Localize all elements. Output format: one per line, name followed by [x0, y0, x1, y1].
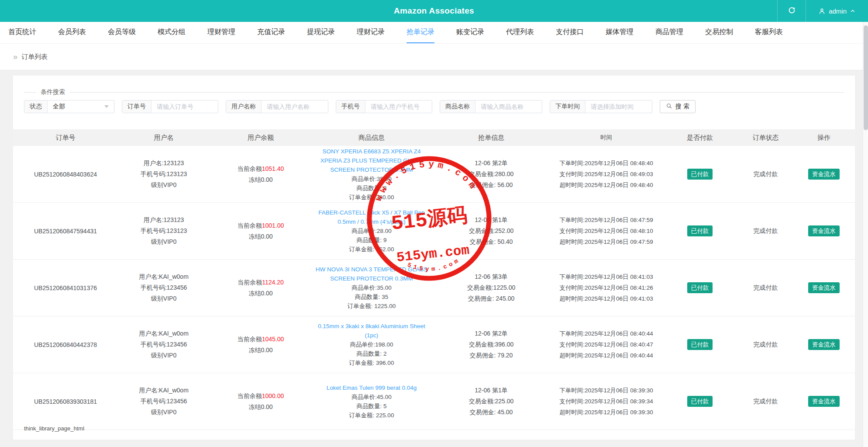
column-header: 操作 [793, 134, 855, 142]
nav-tab-1[interactable]: 首页统计 [8, 22, 36, 43]
balance-value: 1000.00 [262, 392, 284, 399]
paid-badge: 已付款 [687, 396, 713, 407]
payment-status: 已付款 [661, 396, 738, 407]
user-balance: 当前余额1051.40 冻结0.00 [210, 163, 312, 185]
user-info: 用户名:123123手机号码:123123级别VIP0 [118, 215, 210, 247]
product-info: 0.15mm x 3kaki x 8kaki Aluminium Sheet (… [312, 322, 431, 367]
payment-status: 已付款 [661, 169, 738, 180]
balance-label: 当前余额 [238, 336, 262, 343]
user-icon [818, 7, 826, 15]
field-input[interactable] [152, 100, 218, 113]
status-select[interactable]: 全部 [48, 100, 114, 113]
nav-tab-4[interactable]: 模式分组 [158, 22, 186, 43]
time-info: 下单时间:2025年12月06日 08:41:03支付时间:2025年12月06… [551, 271, 661, 304]
product-link[interactable]: HW NOVA 3I NOVA 3 TEMPERED GLASS SCREEN … [312, 265, 431, 283]
user-info: 用户名:KAI_w0om手机号码:123456级别VIP0 [118, 271, 210, 304]
column-header: 商品信息 [312, 134, 431, 142]
balance-value: 1051.40 [262, 165, 284, 172]
table-header-row: 订单号用户名用户余额商品信息抢单信息时间是否付款订单状态操作 [13, 129, 855, 146]
breadcrumb-chevrons-icon: » [13, 53, 17, 61]
username-label: admin [829, 7, 847, 15]
paid-badge: 已付款 [687, 225, 713, 237]
order-status: 完成付款 [738, 227, 793, 235]
top-header-bar: Amazon Associates admin [0, 0, 868, 22]
search-panel-legend: 条件搜索 [36, 88, 69, 96]
nav-tab-14[interactable]: 商品管理 [655, 22, 683, 43]
field-input[interactable] [475, 100, 542, 113]
nav-tab-15[interactable]: 交易控制 [705, 22, 733, 43]
product-link[interactable]: SONY XPERIA E6683 Z5 XPERIA Z4 XPERIA Z3… [312, 147, 431, 174]
column-header: 用户名 [118, 134, 210, 142]
nav-tab-16[interactable]: 客服列表 [755, 22, 783, 43]
nav-tab-5[interactable]: 理财管理 [207, 22, 235, 43]
balance-value: 1001.00 [262, 222, 284, 229]
product-detail-lines: 商品单价:28.00商品数量: 9订单金额: 252.00 [312, 226, 431, 254]
chevron-down-icon [104, 105, 109, 108]
frozen-amount: 冻结0.00 [210, 402, 312, 412]
payment-status: 已付款 [661, 225, 738, 237]
order-number: UB2512060840442378 [13, 341, 118, 348]
grab-info: 12-06 第2单交易金额:280.00交易佣金: 56.00 [431, 158, 551, 191]
nav-tab-11[interactable]: 代理列表 [506, 22, 534, 43]
search-field-2: 用户名称 [226, 100, 328, 113]
nav-tab-3[interactable]: 会员等级 [108, 22, 136, 43]
frozen-amount: 冻结0.00 [210, 174, 312, 185]
order-number: UB2512060847594431 [13, 228, 118, 235]
page-scrollbar[interactable] [863, 22, 868, 447]
time-lines: 下单时间:2025年12月06日 08:39:30支付时间:2025年12月06… [559, 385, 653, 418]
funds-flow-button[interactable]: 资金流水 [808, 282, 840, 294]
nav-tab-10[interactable]: 账变记录 [456, 22, 484, 43]
nav-tab-9[interactable]: 抢单记录 [406, 22, 434, 43]
user-menu[interactable]: admin [806, 0, 868, 22]
paid-badge: 已付款 [687, 282, 713, 294]
field-input[interactable] [586, 100, 652, 113]
paid-badge: 已付款 [687, 169, 713, 180]
field-input[interactable] [365, 100, 432, 113]
field-label: 商品名称 [440, 100, 475, 113]
orders-table: 订单号用户名用户余额商品信息抢单信息时间是否付款订单状态操作 UB2512060… [13, 129, 855, 430]
user-info: 用户名:KAI_w0om手机号码:123456级别VIP0 [118, 385, 210, 418]
product-info: Loket Emas Tulen 999 berat 0.04g 商品单价:45… [312, 383, 431, 420]
field-input[interactable] [262, 100, 328, 113]
search-fields: 订单号用户名称手机号商品名称下单时间 [122, 100, 652, 113]
nav-tab-7[interactable]: 提现记录 [307, 22, 335, 43]
grab-info: 12-06 第1单交易金额:225.00交易佣金: 45.00 [431, 385, 551, 418]
search-field-4: 商品名称 [440, 100, 542, 113]
nav-tab-12[interactable]: 支付接口 [556, 22, 584, 43]
time-info: 下单时间:2025年12月06日 08:48:40支付时间:2025年12月06… [551, 158, 661, 191]
nav-tab-13[interactable]: 媒体管理 [606, 22, 634, 43]
row-actions: 资金流水 [793, 169, 855, 180]
user-balance: 当前余额1001.00 冻结0.00 [210, 220, 312, 242]
funds-flow-button[interactable]: 资金流水 [808, 225, 840, 237]
product-link[interactable]: FABER-CASTELL Click X5 / X7 Ball Pen 0.5… [312, 208, 431, 226]
column-header: 是否付款 [661, 134, 738, 142]
search-button[interactable]: 搜 索 [660, 100, 696, 113]
column-header: 时间 [551, 134, 661, 142]
order-number: UB2512060848403624 [13, 171, 118, 178]
funds-flow-button[interactable]: 资金流水 [808, 339, 840, 350]
time-info: 下单时间:2025年12月06日 08:39:30支付时间:2025年12月06… [551, 385, 661, 418]
refresh-button[interactable] [778, 0, 806, 22]
nav-tab-6[interactable]: 充值记录 [257, 22, 285, 43]
funds-flow-button[interactable]: 资金流水 [808, 396, 840, 407]
status-selected-value: 全部 [53, 103, 65, 111]
frozen-amount: 冻结0.00 [210, 288, 312, 299]
app-title: Amazon Associates [0, 6, 868, 16]
nav-tab-8[interactable]: 理财记录 [357, 22, 385, 43]
breadcrumb: » 订单列表 [0, 44, 868, 70]
user-balance: 当前余额1000.00 冻结0.00 [210, 391, 312, 412]
product-link[interactable]: 0.15mm x 3kaki x 8kaki Aluminium Sheet (… [312, 322, 431, 340]
search-field-5: 下单时间 [550, 100, 652, 113]
nav-tab-2[interactable]: 会员列表 [58, 22, 86, 43]
balance-value: 1045.00 [262, 336, 284, 343]
order-number: UB2512060841031376 [13, 284, 118, 291]
content-card: 条件搜索 状态 全部 订单号用户名称手机号商品名称下单时间 [13, 76, 855, 440]
scrollbar-thumb[interactable] [864, 25, 868, 130]
time-lines: 下单时间:2025年12月06日 08:41:03支付时间:2025年12月06… [559, 271, 653, 304]
product-detail-lines: 商品单价:45.00商品数量: 5订单金额: 225.00 [312, 392, 431, 420]
table-row: UB2512060848403624 用户名:123123手机号码:123123… [13, 146, 855, 203]
funds-flow-button[interactable]: 资金流水 [808, 169, 840, 180]
time-lines: 下单时间:2025年12月06日 08:40:44支付时间:2025年12月06… [559, 328, 653, 361]
frozen-amount: 冻结0.00 [210, 345, 312, 356]
product-link[interactable]: Loket Emas Tulen 999 berat 0.04g [312, 383, 431, 392]
